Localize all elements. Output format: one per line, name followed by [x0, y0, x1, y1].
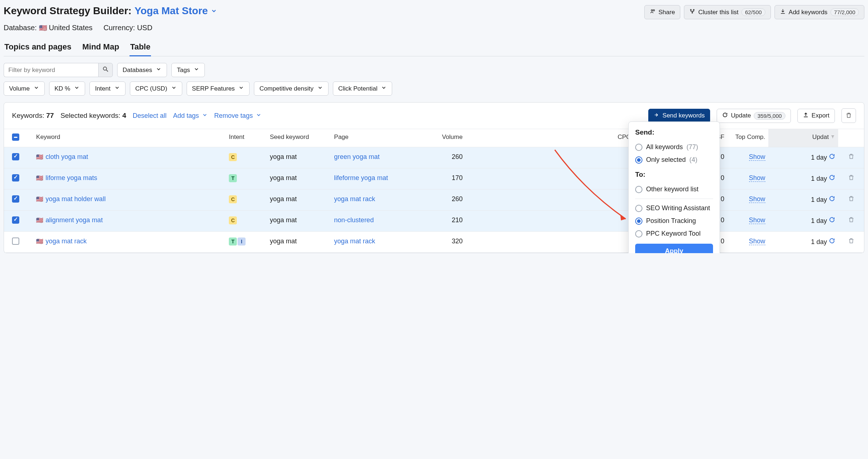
- show-link[interactable]: Show: [749, 238, 765, 245]
- keyword-link[interactable]: cloth yoga mat: [45, 153, 88, 160]
- trash-icon[interactable]: [848, 195, 855, 202]
- share-label: Share: [658, 9, 675, 16]
- chevron-down-icon: [256, 112, 262, 120]
- share-button[interactable]: Share: [644, 5, 680, 19]
- page-link[interactable]: green yoga mat: [334, 153, 379, 160]
- show-link[interactable]: Show: [749, 174, 765, 182]
- search-button[interactable]: [98, 63, 113, 77]
- col-seed[interactable]: Seed keyword: [267, 129, 331, 147]
- show-link[interactable]: Show: [749, 153, 765, 161]
- project-selector[interactable]: Yoga Mat Store: [135, 5, 218, 17]
- refresh-icon[interactable]: [829, 216, 835, 223]
- update-text: 1 day: [811, 175, 827, 182]
- send-keywords-button[interactable]: Send keywords: [648, 109, 710, 123]
- delete-button[interactable]: [841, 108, 856, 123]
- trash-icon[interactable]: [848, 216, 855, 223]
- flag-icon: 🇺🇸: [36, 175, 43, 181]
- keyword-link[interactable]: yoga mat holder wall: [45, 195, 105, 203]
- volume-dropdown[interactable]: Volume: [4, 81, 45, 96]
- volume-cell: 320: [413, 232, 466, 253]
- row-checkbox[interactable]: [12, 238, 19, 245]
- radio-other-list[interactable]: Other keyword list: [635, 183, 713, 196]
- send-icon: [654, 112, 660, 120]
- col-keyword[interactable]: Keyword: [33, 129, 226, 147]
- refresh-icon[interactable]: [829, 195, 835, 202]
- table-row: 🇺🇸yoga mat holder wall C yoga mat yoga m…: [4, 189, 864, 211]
- show-link[interactable]: Show: [749, 195, 765, 203]
- col-page[interactable]: Page: [331, 129, 413, 147]
- row-checkbox[interactable]: [12, 195, 19, 203]
- tags-dropdown[interactable]: Tags: [171, 63, 205, 77]
- row-checkbox[interactable]: [12, 216, 19, 224]
- chevron-down-icon: [238, 85, 244, 92]
- share-icon: [650, 8, 656, 16]
- add-keywords-button[interactable]: Add keywords 77/2,000: [775, 5, 864, 19]
- apply-button[interactable]: Apply: [635, 244, 713, 253]
- filter-input[interactable]: [4, 63, 98, 77]
- trash-icon[interactable]: [848, 174, 855, 181]
- update-label: Update: [731, 112, 751, 119]
- keyword-link[interactable]: yoga mat rack: [45, 238, 87, 245]
- chevron-down-icon: [194, 66, 199, 74]
- col-topcomp[interactable]: Top Comp.: [727, 129, 768, 147]
- volume-cell: 210: [413, 211, 466, 232]
- chevron-down-icon: [33, 85, 39, 92]
- col-intent[interactable]: Intent: [226, 129, 267, 147]
- page-link[interactable]: yoga mat rack: [334, 238, 375, 245]
- click-potential-dropdown[interactable]: Click Potential: [333, 81, 393, 96]
- page-link[interactable]: lifeforme yoga mat: [334, 174, 388, 181]
- col-update[interactable]: Updat: [768, 129, 839, 147]
- radio-seo-assistant[interactable]: SEO Writing Assistant: [635, 202, 713, 215]
- refresh-icon[interactable]: [829, 174, 835, 181]
- chevron-down-icon: [211, 8, 217, 14]
- chevron-down-icon: [381, 85, 387, 92]
- update-button[interactable]: Update 359/5,000: [717, 109, 791, 123]
- col-volume[interactable]: Volume: [413, 129, 466, 147]
- density-dropdown[interactable]: Competitive density: [254, 81, 328, 96]
- tab-table[interactable]: Table: [130, 39, 151, 56]
- currency-label: Currency:: [103, 24, 135, 32]
- table-row: 🇺🇸alignment yoga mat C yoga mat non-clus…: [4, 211, 864, 232]
- remove-tags-link[interactable]: Remove tags: [214, 112, 262, 120]
- tab-mindmap[interactable]: Mind Map: [81, 39, 120, 56]
- row-checkbox[interactable]: [12, 153, 19, 160]
- intent-dropdown[interactable]: Intent: [89, 81, 126, 96]
- radio-position-tracking[interactable]: Position Tracking: [635, 215, 713, 227]
- radio-ppc-tool[interactable]: PPC Keyword Tool: [635, 227, 713, 240]
- add-tags-link[interactable]: Add tags: [173, 112, 208, 120]
- radio-icon: [635, 217, 642, 225]
- keyword-link[interactable]: liforme yoga mats: [45, 174, 97, 181]
- flag-icon: 🇺🇸: [36, 238, 43, 244]
- keyword-link[interactable]: alignment yoga mat: [45, 216, 103, 224]
- send-keywords-label: Send keywords: [662, 112, 705, 119]
- databases-dropdown[interactable]: Databases: [117, 63, 167, 77]
- radio-only-selected[interactable]: Only selected (4): [635, 153, 713, 166]
- svg-line-6: [106, 70, 108, 72]
- table-row: 🇺🇸liforme yoga mats T yoga mat lifeforme…: [4, 168, 864, 189]
- row-checkbox[interactable]: [12, 174, 19, 181]
- seed-keyword: yoga mat: [267, 232, 331, 253]
- trash-icon[interactable]: [848, 238, 855, 244]
- flag-icon: 🇺🇸: [39, 24, 47, 32]
- send-heading: Send:: [635, 128, 713, 136]
- kd-dropdown[interactable]: KD %: [49, 81, 85, 96]
- export-button[interactable]: Export: [797, 109, 835, 123]
- page-link[interactable]: non-clustered: [334, 216, 374, 224]
- chevron-down-icon: [156, 66, 162, 74]
- refresh-icon: [722, 112, 728, 120]
- cpc-dropdown[interactable]: CPC (USD): [130, 81, 182, 96]
- show-link[interactable]: Show: [749, 216, 765, 224]
- refresh-icon[interactable]: [829, 238, 835, 244]
- refresh-icon[interactable]: [829, 153, 835, 160]
- tab-topics[interactable]: Topics and pages: [4, 39, 72, 56]
- page-link[interactable]: yoga mat rack: [334, 195, 375, 203]
- deselect-all-link[interactable]: Deselect all: [133, 112, 167, 120]
- update-text: 1 day: [811, 196, 827, 203]
- serp-dropdown[interactable]: SERP Features: [187, 81, 250, 96]
- select-all-checkbox[interactable]: [12, 133, 19, 141]
- cluster-icon: [689, 8, 695, 16]
- cluster-button[interactable]: Cluster this list 62/500: [684, 5, 771, 19]
- radio-all-keywords[interactable]: All keywords (77): [635, 141, 713, 153]
- trash-icon[interactable]: [848, 153, 855, 160]
- radio-icon: [635, 144, 642, 151]
